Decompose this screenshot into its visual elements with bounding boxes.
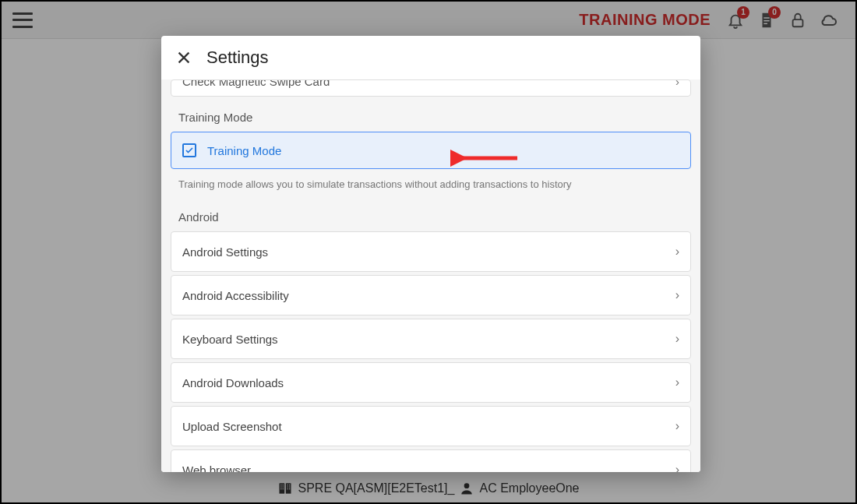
list-item-label: Android Downloads — [182, 376, 284, 389]
list-item-label: Keyboard Settings — [182, 333, 278, 346]
android-settings-row[interactable]: Android Settings › — [171, 231, 691, 272]
chevron-right-icon: › — [675, 79, 679, 88]
settings-modal: Settings Check Magnetic Swipe Card › Tra… — [161, 36, 700, 472]
android-accessibility-row[interactable]: Android Accessibility › — [171, 275, 691, 315]
list-item-label: Android Accessibility — [182, 289, 289, 302]
list-item-label: Web browser — [182, 463, 251, 473]
settings-row-clipped[interactable]: Check Magnetic Swipe Card › — [171, 79, 691, 97]
chevron-right-icon: › — [675, 245, 679, 259]
checkbox-checked-icon — [182, 143, 196, 157]
section-android-label: Android — [168, 204, 694, 231]
chevron-right-icon: › — [675, 332, 679, 346]
android-downloads-row[interactable]: Android Downloads › — [171, 362, 691, 403]
modal-title: Settings — [206, 48, 269, 68]
chevron-right-icon: › — [675, 375, 679, 389]
training-mode-label: Training Mode — [207, 144, 281, 157]
clipped-row-label: Check Magnetic Swipe Card — [182, 79, 330, 88]
section-training-label: Training Mode — [168, 97, 694, 132]
keyboard-settings-row[interactable]: Keyboard Settings › — [171, 319, 691, 359]
list-item-label: Android Settings — [182, 245, 268, 259]
upload-screenshot-row[interactable]: Upload Screenshot › — [171, 406, 691, 446]
training-mode-checkbox-row[interactable]: Training Mode — [171, 132, 691, 169]
chevron-right-icon: › — [675, 463, 679, 472]
chevron-right-icon: › — [675, 419, 679, 433]
modal-header: Settings — [161, 36, 700, 79]
web-browser-row[interactable]: Web browser › — [171, 449, 691, 472]
modal-body: Check Magnetic Swipe Card › Training Mod… — [161, 79, 700, 472]
chevron-right-icon: › — [675, 288, 679, 302]
close-icon[interactable] — [175, 49, 192, 66]
list-item-label: Upload Screenshot — [182, 420, 282, 433]
training-mode-help-text: Training mode allows you to simulate tra… — [168, 169, 694, 204]
